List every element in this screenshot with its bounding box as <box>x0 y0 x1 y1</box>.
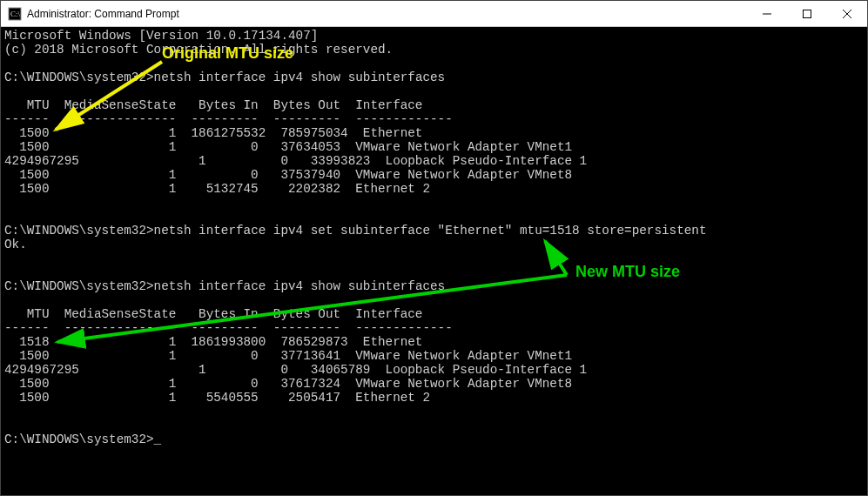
table-row: 4294967295 1 0 33993823 Loopback Pseudo-… <box>4 154 587 168</box>
titlebar[interactable]: C:\ Administrator: Command Prompt <box>1 1 867 27</box>
window-title: Administrator: Command Prompt <box>27 8 747 20</box>
close-button[interactable] <box>827 1 867 26</box>
command-2: netsh interface ipv4 set subinterface "E… <box>154 224 707 238</box>
svg-line-7 <box>545 241 567 275</box>
table-row: 1500 1 0 37713641 VMware Network Adapter… <box>4 349 572 363</box>
command-3: netsh interface ipv4 show subinterfaces <box>154 279 446 293</box>
table-row: 1500 1 0 37537940 VMware Network Adapter… <box>4 168 572 182</box>
table-divider: ------ --------------- --------- -------… <box>4 321 453 335</box>
annotation-overlay <box>1 27 867 495</box>
window-controls <box>747 1 867 26</box>
prompt: C:\WINDOWS\system32> <box>4 279 154 293</box>
table-header: MTU MediaSenseState Bytes In Bytes Out I… <box>4 307 422 321</box>
prompt: C:\WINDOWS\system32> <box>4 432 154 446</box>
copyright-line: (c) 2018 Microsoft Corporation. All righ… <box>4 43 393 57</box>
prompt: C:\WINDOWS\system32> <box>4 70 154 84</box>
table-row: 1500 1 5132745 2202382 Ethernet 2 <box>4 182 430 196</box>
table-row: 1500 1 0 37634053 VMware Network Adapter… <box>4 140 572 154</box>
table-row: 1500 1 0 37617324 VMware Network Adapter… <box>4 377 572 391</box>
cmd-icon: C:\ <box>8 7 22 21</box>
table-row: 1500 1 5540555 2505417 Ethernet 2 <box>4 391 430 405</box>
table-header: MTU MediaSenseState Bytes In Bytes Out I… <box>4 98 422 112</box>
svg-text:C:\: C:\ <box>10 10 21 18</box>
table-row: 4294967295 1 0 34065789 Loopback Pseudo-… <box>4 363 587 377</box>
command-2-result: Ok. <box>4 238 27 251</box>
svg-rect-3 <box>804 10 811 17</box>
minimize-button[interactable] <box>747 1 787 26</box>
table-divider: ------ --------------- --------- -------… <box>4 112 453 126</box>
table-row: 1500 1 1861275532 785975034 Ethernet <box>4 126 422 140</box>
annotation-new-mtu: New MTU size <box>575 265 680 278</box>
prompt: C:\WINDOWS\system32> <box>4 224 154 238</box>
command-1: netsh interface ipv4 show subinterfaces <box>154 70 446 84</box>
version-line: Microsoft Windows [Version 10.0.17134.40… <box>4 29 318 43</box>
terminal-output[interactable]: Microsoft Windows [Version 10.0.17134.40… <box>1 27 867 495</box>
maximize-button[interactable] <box>787 1 827 26</box>
window-frame: C:\ Administrator: Command Prompt Micros… <box>0 0 868 496</box>
table-row: 1518 1 1861993800 786529873 Ethernet <box>4 335 422 349</box>
